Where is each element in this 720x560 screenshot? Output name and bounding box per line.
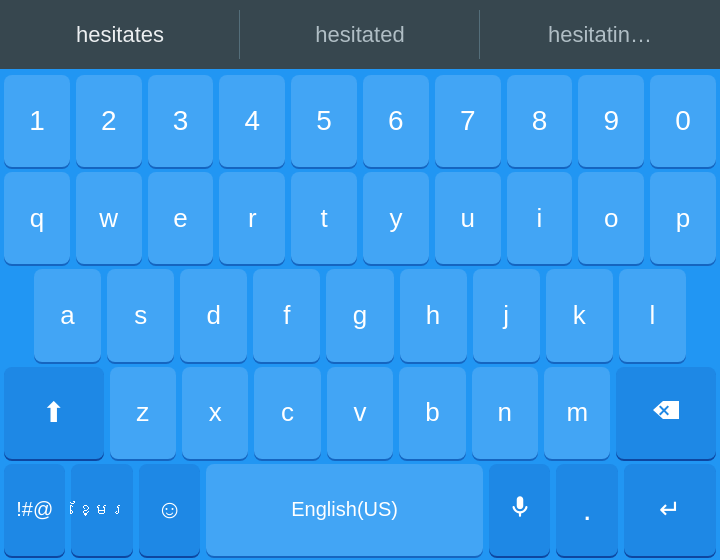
key-3[interactable]: 3: [148, 75, 214, 167]
key-t[interactable]: t: [291, 172, 357, 264]
shift-icon: ⬆: [42, 396, 65, 429]
emoji-key[interactable]: ☺: [139, 464, 200, 556]
backspace-key[interactable]: [616, 367, 716, 459]
key-x[interactable]: x: [182, 367, 248, 459]
key-6[interactable]: 6: [363, 75, 429, 167]
suggestion-text-2: hesitatin…: [548, 22, 652, 48]
emoji-icon: ☺: [156, 494, 183, 525]
mic-icon: [507, 494, 533, 525]
suggestion-hesitates[interactable]: hesitates: [0, 0, 240, 69]
symbols-key[interactable]: !#@: [4, 464, 65, 556]
key-4[interactable]: 4: [219, 75, 285, 167]
key-0[interactable]: 0: [650, 75, 716, 167]
qwerty-row: q w e r t y u i o p: [4, 172, 716, 264]
key-y[interactable]: y: [363, 172, 429, 264]
key-8[interactable]: 8: [507, 75, 573, 167]
key-p[interactable]: p: [650, 172, 716, 264]
key-h[interactable]: h: [400, 269, 467, 361]
asdf-row: a s d f g h j k l: [4, 269, 716, 361]
key-z[interactable]: z: [110, 367, 176, 459]
key-v[interactable]: v: [327, 367, 393, 459]
language-label: ខ្មែរ: [78, 501, 126, 519]
mic-key[interactable]: [489, 464, 550, 556]
key-i[interactable]: i: [507, 172, 573, 264]
key-a[interactable]: a: [34, 269, 101, 361]
key-5[interactable]: 5: [291, 75, 357, 167]
shift-key[interactable]: ⬆: [4, 367, 104, 459]
enter-icon: ↵: [659, 494, 681, 525]
key-1[interactable]: 1: [4, 75, 70, 167]
suggestion-hesitated[interactable]: hesitated: [240, 0, 480, 69]
key-r[interactable]: r: [219, 172, 285, 264]
suggestion-hesitating[interactable]: hesitatin…: [480, 0, 720, 69]
key-e[interactable]: e: [148, 172, 214, 264]
key-n[interactable]: n: [472, 367, 538, 459]
zxcv-row: ⬆ z x c v b n m: [4, 367, 716, 459]
key-f[interactable]: f: [253, 269, 320, 361]
key-7[interactable]: 7: [435, 75, 501, 167]
key-s[interactable]: s: [107, 269, 174, 361]
suggestion-text-1: hesitated: [315, 22, 404, 48]
key-k[interactable]: k: [546, 269, 613, 361]
keyboard: 1 2 3 4 5 6 7 8 9 0 q w e r t y u i o p …: [0, 69, 720, 560]
language-key[interactable]: ខ្មែរ: [71, 464, 132, 556]
space-label: English(US): [291, 498, 398, 521]
key-b[interactable]: b: [399, 367, 465, 459]
key-m[interactable]: m: [544, 367, 610, 459]
period-label: .: [583, 491, 592, 528]
number-row: 1 2 3 4 5 6 7 8 9 0: [4, 75, 716, 167]
key-l[interactable]: l: [619, 269, 686, 361]
space-key[interactable]: English(US): [206, 464, 483, 556]
period-key[interactable]: .: [556, 464, 617, 556]
key-w[interactable]: w: [76, 172, 142, 264]
bottom-row: !#@ ខ្មែរ ☺ English(US) . ↵: [4, 464, 716, 556]
key-u[interactable]: u: [435, 172, 501, 264]
enter-key[interactable]: ↵: [624, 464, 716, 556]
symbols-label: !#@: [16, 498, 53, 521]
key-9[interactable]: 9: [578, 75, 644, 167]
suggestion-text-0: hesitates: [76, 22, 164, 48]
key-c[interactable]: c: [254, 367, 320, 459]
suggestion-bar: hesitates hesitated hesitatin…: [0, 0, 720, 69]
backspace-icon: [651, 398, 681, 428]
key-q[interactable]: q: [4, 172, 70, 264]
key-g[interactable]: g: [326, 269, 393, 361]
key-2[interactable]: 2: [76, 75, 142, 167]
key-o[interactable]: o: [578, 172, 644, 264]
key-j[interactable]: j: [473, 269, 540, 361]
key-d[interactable]: d: [180, 269, 247, 361]
